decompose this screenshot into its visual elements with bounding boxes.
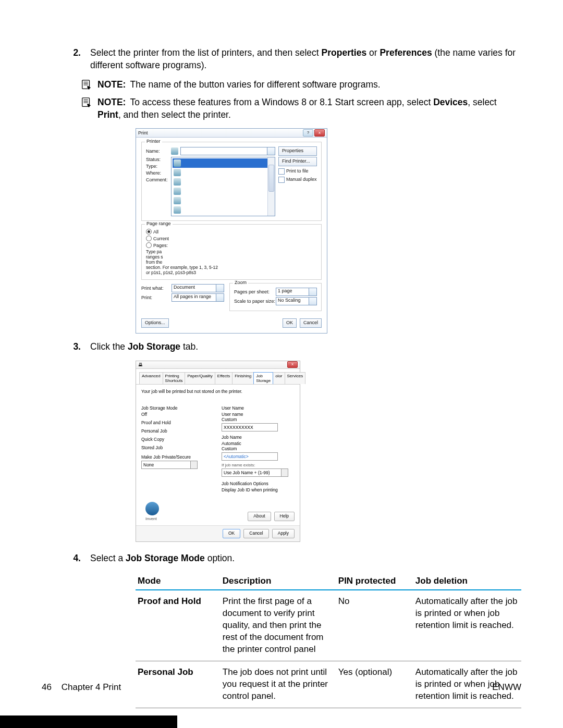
scroll-thumb[interactable] — [268, 165, 274, 192]
titlebar: Print ? x — [136, 129, 327, 138]
page-range-group: Page range All Current Pages: Type pa ra… — [141, 224, 322, 280]
print-combo[interactable]: All pages in range — [172, 293, 224, 302]
label: Proof and Hold — [141, 420, 171, 425]
ok-button[interactable]: OK — [283, 318, 297, 328]
label: Custom — [222, 446, 237, 451]
col-description: Description — [221, 572, 336, 590]
bold: Properties — [322, 47, 367, 58]
t: ranges s — [146, 254, 163, 260]
t: Type pa — [146, 249, 162, 254]
label: Print what: — [141, 286, 172, 291]
printer-list-item[interactable] — [173, 168, 274, 177]
step-body: Click the Job Storage tab. — [90, 341, 521, 353]
printer-list-item[interactable] — [173, 196, 274, 205]
print-what-combo[interactable]: Document — [172, 284, 224, 292]
tab-paper-quality[interactable]: Paper/Quality — [185, 372, 215, 384]
t: , and then select the printer. — [118, 109, 231, 120]
printer-icon — [174, 188, 181, 195]
tab-color[interactable]: olor — [273, 372, 285, 384]
close-window-button[interactable]: x — [287, 361, 298, 368]
value: Document — [174, 285, 195, 290]
value: 1 page — [278, 288, 292, 293]
hint-text: Your job will be printed but not stored … — [141, 389, 295, 394]
label: Scale to paper size: — [234, 299, 276, 304]
t: option. — [205, 553, 235, 563]
section-label: User Name — [222, 405, 295, 411]
group-label: Page range — [145, 221, 173, 226]
printer-name-combo[interactable] — [180, 147, 275, 155]
note-text: NOTE:The name of the button varies for d… — [97, 79, 521, 91]
section-label: Job Storage Mode — [141, 405, 214, 411]
value: All pages in range — [174, 294, 211, 299]
scrollbar[interactable] — [267, 157, 275, 216]
tab-finishing[interactable]: Finishing — [232, 372, 254, 384]
cancel-button[interactable]: Cancel — [243, 529, 268, 538]
value: No Scaling — [278, 298, 301, 303]
bold: Print — [97, 109, 118, 120]
label: Personal Job — [141, 428, 167, 434]
private-secure-combo[interactable]: None — [141, 461, 198, 469]
username-input[interactable]: XXXXXXXXXX — [222, 423, 278, 431]
chapter-label: Chapter 4 Print — [62, 682, 121, 692]
label: Off — [141, 412, 147, 417]
ok-button[interactable]: OK — [223, 529, 240, 538]
printer-list[interactable] — [171, 157, 275, 216]
t: Select the printer from the list of prin… — [90, 47, 322, 58]
tab-job-storage[interactable]: Job Storage — [253, 372, 273, 384]
all-radio[interactable] — [146, 229, 152, 235]
printer-list-item[interactable] — [173, 177, 274, 187]
label: Automatic — [222, 441, 241, 446]
step-4: 4. Select a Job Storage Mode option. — [42, 552, 521, 565]
options-button[interactable]: Options... — [141, 318, 169, 328]
printer-list-item[interactable] — [173, 205, 274, 215]
bold: Job Storage Mode — [126, 553, 205, 563]
section-label: Job Name — [222, 435, 295, 440]
step-2: 2. Select the printer from the list of p… — [42, 47, 521, 71]
close-window-button[interactable]: x — [314, 129, 325, 137]
printer-icon — [174, 206, 181, 214]
hp-logo-icon — [145, 502, 159, 515]
apply-button[interactable]: Apply — [272, 529, 295, 538]
redaction-bar — [0, 715, 177, 728]
step-number: 2. — [42, 47, 90, 71]
printer-group: Printer Name: Properties Status: Type: W… — [141, 142, 322, 221]
t: To access these features from a Windows … — [130, 97, 433, 107]
find-printer-button[interactable]: Find Printer... — [278, 157, 317, 166]
print-to-file-checkbox[interactable] — [278, 168, 285, 175]
help-window-button[interactable]: ? — [303, 129, 313, 137]
tab-services[interactable]: Services — [285, 372, 306, 384]
col-mode: Mode — [136, 572, 221, 590]
properties-button[interactable]: Properties — [278, 146, 317, 156]
printer-list-item[interactable] — [173, 187, 274, 196]
label: Stored Job — [141, 445, 163, 450]
bold: Preferences — [380, 47, 432, 58]
pages-radio[interactable] — [146, 242, 152, 248]
tab-printing-shortcuts[interactable]: Printing Shortcuts — [163, 372, 186, 384]
if-exists-combo[interactable]: Use Job Name + (1-99) — [222, 468, 288, 477]
print-dialog-screenshot: Print ? x Printer Name: Properties — [136, 128, 327, 334]
cell-pin: No — [336, 590, 413, 661]
group-label: Printer — [145, 139, 162, 144]
scale-combo[interactable]: No Scaling — [276, 297, 317, 305]
label: Quick Copy — [141, 437, 164, 442]
note-label: NOTE: — [97, 97, 126, 107]
printer-list-item[interactable] — [173, 158, 274, 168]
tab-strip: Advanced Printing Shortcuts Paper/Qualit… — [136, 369, 300, 385]
pages-per-sheet-combo[interactable]: 1 page — [276, 288, 317, 296]
label: Display Job ID when printing — [222, 487, 278, 492]
about-button[interactable]: About — [248, 512, 271, 521]
t: Click the — [90, 341, 128, 352]
label: Print: — [141, 295, 172, 300]
label: All — [153, 229, 158, 235]
tab-advanced[interactable]: Advanced — [139, 372, 163, 384]
note-text: NOTE:To access these features from a Win… — [97, 96, 521, 121]
printer-icon — [171, 147, 178, 155]
manual-duplex-checkbox[interactable] — [278, 177, 285, 183]
help-button[interactable]: Help — [274, 512, 295, 521]
cancel-button[interactable]: Cancel — [300, 318, 322, 328]
current-radio[interactable] — [146, 236, 152, 241]
tab-effects[interactable]: Effects — [215, 372, 232, 384]
window-title: Print — [138, 130, 148, 135]
jobname-input[interactable]: <Automatic> — [222, 452, 278, 461]
printer-icon — [174, 178, 181, 186]
